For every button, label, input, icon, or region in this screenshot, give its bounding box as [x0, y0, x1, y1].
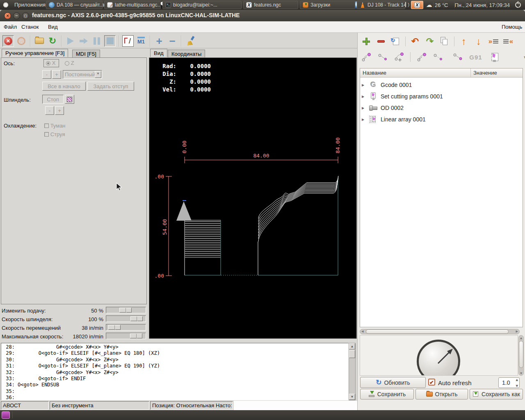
spinner-down-icon[interactable]: ▾ [516, 383, 518, 388]
arc-node-button[interactable] [361, 52, 372, 62]
task-terminal[interactable]: >_biogadru@taipei:~... [162, 1, 242, 9]
column-name[interactable]: Название [360, 68, 471, 77]
hscroll-thumb[interactable] [366, 329, 509, 334]
stop-program-button[interactable] [104, 35, 116, 47]
interval-spinner[interactable]: 1.0 ▴ ▾ [498, 377, 520, 388]
move-down-button[interactable]: ↓ [473, 36, 484, 47]
combobox-caret-icon[interactable]: ▾ [95, 71, 101, 78]
expander-icon[interactable]: ▶ [362, 106, 366, 110]
scroll-left-icon[interactable]: ◂ [361, 329, 364, 334]
spindle-minus-button[interactable]: - [45, 106, 54, 115]
step-program-button[interactable] [78, 35, 89, 47]
column-value[interactable]: Значение [471, 68, 497, 77]
segment-node-button[interactable] [452, 52, 463, 62]
temperature-indicator[interactable]: 26 °C [435, 2, 448, 8]
maximize-button[interactable]: ▢ [22, 12, 29, 19]
gcode-listing[interactable]: 28: G#<gcode> X#<x> Y#<y> 29: O<goto-if>… [1, 343, 349, 400]
jog-plus-button[interactable]: + [52, 70, 61, 79]
menu-view[interactable]: Вид [48, 24, 58, 30]
features-hscrollbar[interactable]: ◂ ▸ [360, 329, 520, 334]
redo-button[interactable]: ↷ [425, 36, 435, 47]
expander-icon[interactable]: ▶ [362, 118, 366, 121]
task-music-player[interactable]: DA 108 — слушайт... [46, 1, 103, 9]
spinner-up-icon[interactable]: ▴ [516, 377, 518, 382]
estop-button[interactable]: ✕ [2, 35, 14, 47]
features-vscrollbar[interactable]: ▴ ▾ [518, 335, 524, 376]
gcode-scrollbar-thumb[interactable] [349, 350, 355, 358]
clock-indicator[interactable]: Пн., 24 июня, 17:09:34 [455, 2, 510, 8]
axis-x-radio[interactable]: X [43, 59, 59, 67]
indent-button[interactable]: » [488, 36, 499, 47]
reload-file-button[interactable]: ↻ [47, 35, 58, 47]
gcode-scrollbar[interactable]: ▲ ▼ [349, 343, 356, 400]
menu-help[interactable]: Помощь [502, 24, 522, 30]
arc-node-button-2[interactable] [416, 52, 427, 62]
features-tree[interactable]: Название Значение ▶ G Gcode 0001 ▶ Set c… [360, 68, 523, 327]
scroll-down-icon[interactable]: ▼ [349, 394, 355, 400]
pause-program-button[interactable] [91, 35, 103, 47]
optional-stop-toggle[interactable]: M1 [135, 35, 147, 47]
task-axis-features[interactable]: Xfeatures.ngc [243, 1, 298, 9]
tree-row-od[interactable]: ▶ OD 0002 [360, 102, 523, 114]
auto-refresh-checkbox[interactable]: ✔ [428, 379, 435, 386]
spindle-brake-button[interactable] [65, 95, 74, 104]
clear-plot-button[interactable] [185, 35, 196, 47]
notebook-button[interactable] [489, 52, 500, 62]
jog-minus-button[interactable]: - [42, 70, 51, 79]
jog-speed-slider[interactable] [106, 324, 146, 331]
open-file-button[interactable] [34, 35, 45, 47]
remove-feature-button[interactable] [376, 36, 386, 47]
open-button[interactable]: Открыть [415, 389, 468, 399]
scroll-right-icon[interactable]: ▸ [516, 329, 518, 334]
tab-mdi[interactable]: MDI [F5] [72, 50, 100, 58]
scroll-up-icon[interactable]: ▲ [349, 343, 355, 349]
arc-add-node-button[interactable] [394, 52, 404, 62]
line-node-button[interactable] [377, 52, 388, 62]
minimize-button[interactable]: − [13, 12, 20, 19]
tab-manual-control[interactable]: Ручное управление [F3] [2, 49, 68, 57]
max-velocity-slider[interactable] [106, 333, 146, 339]
tab-preview[interactable]: Вид [150, 49, 167, 57]
move-up-button[interactable]: ↑ [459, 36, 469, 47]
tree-row-gcode[interactable]: ▶ G Gcode 0001 [360, 79, 523, 91]
axis-z-radio[interactable]: Z [65, 60, 74, 66]
mist-checkbox[interactable]: Туман [44, 123, 66, 129]
tab-dro[interactable]: Координаты [168, 50, 205, 58]
home-all-button[interactable]: Все в начало [42, 82, 86, 91]
feed-override-slider[interactable] [106, 307, 146, 313]
weather-cloud-icon[interactable]: ☁ [426, 1, 432, 9]
close-button[interactable]: × [4, 12, 11, 19]
menu-machine[interactable]: Станок [21, 24, 39, 30]
spindle-stop-button[interactable]: Стоп [42, 95, 64, 104]
task-gedit[interactable]: lathe-multipass.ngc... [104, 1, 161, 9]
g91-mode-button[interactable]: G91 [470, 52, 481, 62]
add-feature-button[interactable] [361, 36, 372, 47]
jog-mode-combobox[interactable]: Постоянный▾ [63, 70, 102, 79]
machine-power-button[interactable] [16, 35, 27, 47]
skip-lines-toggle[interactable]: / [122, 35, 134, 47]
ubuntu-logo-icon[interactable] [2, 2, 9, 8]
tree-row-linear-array[interactable]: ▶ Linear array 0001 [360, 114, 523, 125]
copy-button[interactable] [439, 36, 450, 47]
task-downloads[interactable]: Загрузки [300, 1, 355, 9]
run-program-button[interactable] [65, 35, 76, 47]
zoom-out-button[interactable]: − [167, 35, 178, 47]
scroll-down-small-icon[interactable]: ▾ [520, 371, 522, 375]
undo-button[interactable]: ↶ [410, 36, 420, 47]
save-as-button[interactable]: Сохранить как [470, 389, 523, 399]
tree-row-cutting-params[interactable]: ▶ Set cutting params 0001 [360, 91, 523, 102]
window-titlebar[interactable]: × − ▢ features.ngc - AXIS 2.6.0-pre0-438… [0, 10, 525, 21]
zoom-in-button[interactable]: + [153, 35, 165, 47]
task-axis-active[interactable]: X [411, 1, 423, 9]
outdent-button[interactable]: « [503, 36, 514, 47]
tree-header[interactable]: Название Значение [360, 68, 523, 78]
flood-checkbox[interactable]: Струя [44, 131, 65, 137]
power-icon[interactable] [515, 2, 521, 8]
task-vlc[interactable]: DJ 108 - Track 14 - ... [357, 1, 405, 9]
show-desktop-icon[interactable] [2, 411, 10, 419]
expander-icon[interactable]: ▶ [362, 83, 366, 87]
expander-icon[interactable]: ▶ [362, 95, 366, 98]
preview-canvas[interactable]: Rad: 0.0000 Dia: 0.0000 Z: 0.0000 Vel: 0… [149, 57, 357, 339]
menu-applications[interactable]: Приложения [10, 0, 50, 10]
save-button[interactable]: Сохранить [360, 389, 414, 399]
